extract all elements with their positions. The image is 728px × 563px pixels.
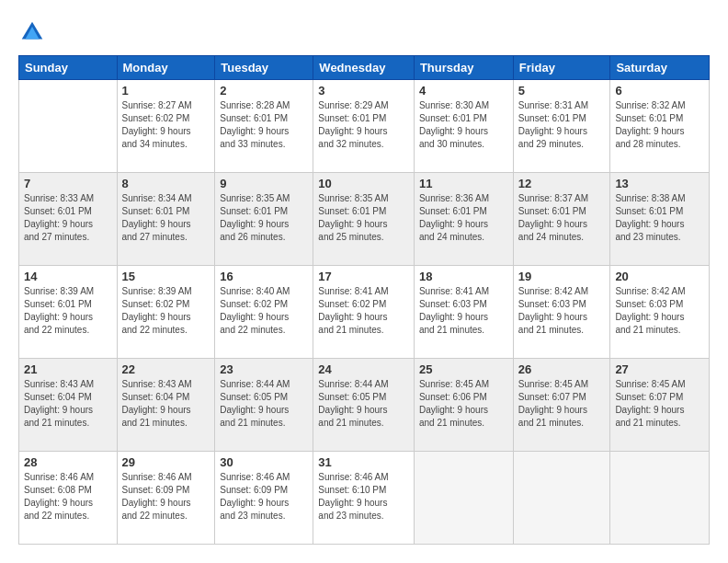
calendar-day-cell: 31Sunrise: 8:46 AMSunset: 6:10 PMDayligh…	[313, 452, 415, 545]
day-info: Sunrise: 8:46 AMSunset: 6:08 PMDaylight:…	[24, 471, 112, 523]
calendar-day-cell: 1Sunrise: 8:27 AMSunset: 6:02 PMDaylight…	[117, 80, 215, 173]
header	[18, 18, 710, 46]
day-info: Sunrise: 8:31 AMSunset: 6:01 PMDaylight:…	[518, 99, 606, 151]
calendar-day-cell: 8Sunrise: 8:34 AMSunset: 6:01 PMDaylight…	[117, 173, 215, 266]
day-info: Sunrise: 8:29 AMSunset: 6:01 PMDaylight:…	[318, 99, 409, 151]
day-number: 26	[518, 362, 606, 376]
day-number: 18	[419, 270, 508, 283]
day-info: Sunrise: 8:43 AMSunset: 6:04 PMDaylight:…	[24, 378, 112, 430]
day-info: Sunrise: 8:45 AMSunset: 6:06 PMDaylight:…	[419, 378, 508, 430]
calendar-day-cell	[610, 452, 710, 545]
calendar-day-cell: 20Sunrise: 8:42 AMSunset: 6:03 PMDayligh…	[610, 266, 710, 359]
day-info: Sunrise: 8:41 AMSunset: 6:03 PMDaylight:…	[419, 285, 508, 337]
page: SundayMondayTuesdayWednesdayThursdayFrid…	[0, 0, 728, 563]
day-number: 21	[24, 362, 112, 376]
calendar-day-cell: 14Sunrise: 8:39 AMSunset: 6:01 PMDayligh…	[19, 266, 118, 359]
calendar-day-cell: 21Sunrise: 8:43 AMSunset: 6:04 PMDayligh…	[19, 359, 118, 452]
day-info: Sunrise: 8:41 AMSunset: 6:02 PMDaylight:…	[318, 285, 409, 337]
calendar-day-cell: 18Sunrise: 8:41 AMSunset: 6:03 PMDayligh…	[414, 266, 513, 359]
calendar-day-cell: 9Sunrise: 8:35 AMSunset: 6:01 PMDaylight…	[215, 173, 313, 266]
calendar-day-cell: 6Sunrise: 8:32 AMSunset: 6:01 PMDaylight…	[610, 80, 710, 173]
calendar-body: 1Sunrise: 8:27 AMSunset: 6:02 PMDaylight…	[19, 80, 710, 545]
calendar-day-cell: 11Sunrise: 8:36 AMSunset: 6:01 PMDayligh…	[414, 173, 513, 266]
day-info: Sunrise: 8:40 AMSunset: 6:02 PMDaylight:…	[220, 285, 308, 337]
day-number: 28	[24, 455, 112, 469]
calendar-week-row: 14Sunrise: 8:39 AMSunset: 6:01 PMDayligh…	[19, 266, 710, 359]
calendar-day-cell: 3Sunrise: 8:29 AMSunset: 6:01 PMDaylight…	[313, 80, 415, 173]
day-number: 23	[220, 362, 308, 376]
calendar-day-cell: 10Sunrise: 8:35 AMSunset: 6:01 PMDayligh…	[313, 173, 415, 266]
day-info: Sunrise: 8:39 AMSunset: 6:01 PMDaylight:…	[24, 285, 112, 337]
calendar-day-cell	[513, 452, 610, 545]
calendar-day-cell: 5Sunrise: 8:31 AMSunset: 6:01 PMDaylight…	[513, 80, 610, 173]
calendar-week-row: 21Sunrise: 8:43 AMSunset: 6:04 PMDayligh…	[19, 359, 710, 452]
day-info: Sunrise: 8:37 AMSunset: 6:01 PMDaylight:…	[518, 192, 606, 244]
day-number: 7	[24, 177, 112, 190]
day-info: Sunrise: 8:45 AMSunset: 6:07 PMDaylight:…	[615, 378, 704, 430]
calendar-day-cell	[414, 452, 513, 545]
day-number: 3	[318, 84, 409, 98]
calendar-day-cell: 7Sunrise: 8:33 AMSunset: 6:01 PMDaylight…	[19, 173, 118, 266]
day-number: 12	[518, 177, 606, 190]
weekday-header: Sunday	[19, 56, 118, 80]
day-number: 15	[122, 270, 210, 283]
day-number: 29	[122, 455, 210, 469]
day-info: Sunrise: 8:36 AMSunset: 6:01 PMDaylight:…	[419, 192, 508, 244]
day-info: Sunrise: 8:33 AMSunset: 6:01 PMDaylight:…	[24, 192, 112, 244]
day-number: 22	[122, 362, 210, 376]
day-info: Sunrise: 8:35 AMSunset: 6:01 PMDaylight:…	[318, 192, 409, 244]
calendar-day-cell: 17Sunrise: 8:41 AMSunset: 6:02 PMDayligh…	[313, 266, 415, 359]
day-number: 6	[615, 84, 704, 98]
day-number: 11	[419, 177, 508, 190]
calendar-day-cell: 22Sunrise: 8:43 AMSunset: 6:04 PMDayligh…	[117, 359, 215, 452]
weekday-header: Saturday	[610, 56, 710, 80]
calendar-day-cell: 15Sunrise: 8:39 AMSunset: 6:02 PMDayligh…	[117, 266, 215, 359]
weekday-header: Thursday	[414, 56, 513, 80]
day-number: 19	[518, 270, 606, 283]
day-number: 2	[220, 84, 308, 98]
day-info: Sunrise: 8:44 AMSunset: 6:05 PMDaylight:…	[318, 378, 409, 430]
calendar-day-cell: 27Sunrise: 8:45 AMSunset: 6:07 PMDayligh…	[610, 359, 710, 452]
day-number: 17	[318, 270, 409, 283]
day-number: 9	[220, 177, 308, 190]
day-number: 27	[615, 362, 704, 376]
day-info: Sunrise: 8:35 AMSunset: 6:01 PMDaylight:…	[220, 192, 308, 244]
day-number: 8	[122, 177, 210, 190]
day-number: 4	[419, 84, 508, 98]
logo	[18, 18, 50, 46]
day-info: Sunrise: 8:28 AMSunset: 6:01 PMDaylight:…	[220, 99, 308, 151]
calendar-day-cell: 25Sunrise: 8:45 AMSunset: 6:06 PMDayligh…	[414, 359, 513, 452]
day-info: Sunrise: 8:38 AMSunset: 6:01 PMDaylight:…	[615, 192, 704, 244]
day-number: 25	[419, 362, 508, 376]
day-info: Sunrise: 8:42 AMSunset: 6:03 PMDaylight:…	[518, 285, 606, 337]
day-info: Sunrise: 8:46 AMSunset: 6:09 PMDaylight:…	[220, 471, 308, 523]
weekday-header: Friday	[513, 56, 610, 80]
calendar-table: SundayMondayTuesdayWednesdayThursdayFrid…	[18, 55, 710, 545]
weekday-header: Monday	[117, 56, 215, 80]
day-number: 5	[518, 84, 606, 98]
day-info: Sunrise: 8:27 AMSunset: 6:02 PMDaylight:…	[122, 99, 210, 151]
calendar-day-cell: 29Sunrise: 8:46 AMSunset: 6:09 PMDayligh…	[117, 452, 215, 545]
day-number: 16	[220, 270, 308, 283]
day-info: Sunrise: 8:42 AMSunset: 6:03 PMDaylight:…	[615, 285, 704, 337]
day-number: 13	[615, 177, 704, 190]
day-info: Sunrise: 8:39 AMSunset: 6:02 PMDaylight:…	[122, 285, 210, 337]
calendar-header: SundayMondayTuesdayWednesdayThursdayFrid…	[19, 56, 710, 80]
day-info: Sunrise: 8:46 AMSunset: 6:09 PMDaylight:…	[122, 471, 210, 523]
logo-icon	[18, 18, 46, 46]
day-info: Sunrise: 8:30 AMSunset: 6:01 PMDaylight:…	[419, 99, 508, 151]
day-number: 31	[318, 455, 409, 469]
day-info: Sunrise: 8:34 AMSunset: 6:01 PMDaylight:…	[122, 192, 210, 244]
calendar-day-cell: 2Sunrise: 8:28 AMSunset: 6:01 PMDaylight…	[215, 80, 313, 173]
calendar-day-cell	[19, 80, 118, 173]
calendar-day-cell: 23Sunrise: 8:44 AMSunset: 6:05 PMDayligh…	[215, 359, 313, 452]
day-info: Sunrise: 8:32 AMSunset: 6:01 PMDaylight:…	[615, 99, 704, 151]
weekday-row: SundayMondayTuesdayWednesdayThursdayFrid…	[19, 56, 710, 80]
day-number: 1	[122, 84, 210, 98]
calendar-day-cell: 30Sunrise: 8:46 AMSunset: 6:09 PMDayligh…	[215, 452, 313, 545]
day-number: 14	[24, 270, 112, 283]
day-number: 24	[318, 362, 409, 376]
calendar-week-row: 7Sunrise: 8:33 AMSunset: 6:01 PMDaylight…	[19, 173, 710, 266]
weekday-header: Wednesday	[313, 56, 415, 80]
calendar-day-cell: 19Sunrise: 8:42 AMSunset: 6:03 PMDayligh…	[513, 266, 610, 359]
